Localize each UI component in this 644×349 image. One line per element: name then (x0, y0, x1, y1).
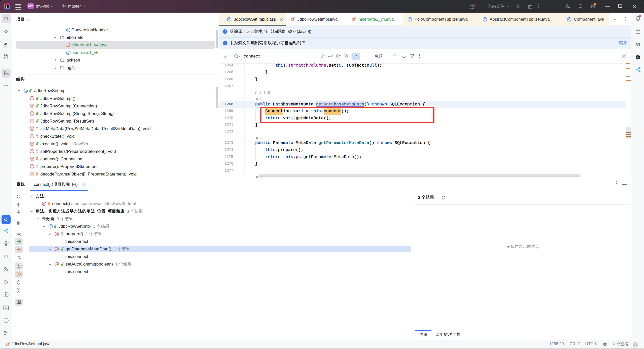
svg-text:C: C (67, 28, 69, 32)
svg-text:C: C (568, 18, 570, 21)
svg-text:C: C (67, 51, 69, 54)
svg-text:C: C (484, 18, 486, 21)
svg-text:m: m (31, 135, 33, 138)
svg-text:m: m (43, 202, 45, 205)
svg-text:$: $ (18, 272, 19, 275)
svg-text:m: m (55, 232, 58, 236)
svg-text:m: m (31, 104, 33, 107)
svg-text:m: m (31, 150, 33, 153)
svg-text:C: C (409, 18, 411, 21)
svg-text:m: m (31, 172, 33, 176)
svg-text:m: m (55, 248, 58, 251)
svg-text:m: m (31, 97, 33, 100)
svg-text:m: m (31, 120, 33, 123)
svg-text:C: C (25, 89, 27, 92)
svg-text:IJ: IJ (6, 5, 7, 7)
svg-text:m: m (31, 127, 33, 130)
svg-text:m: m (31, 157, 33, 160)
svg-text:C: C (50, 225, 52, 228)
svg-text:m: m (31, 165, 33, 168)
svg-text:C: C (228, 18, 230, 21)
svg-text:m: m (31, 112, 33, 115)
svg-text:m: m (55, 263, 58, 266)
svg-text:m: m (31, 142, 33, 145)
